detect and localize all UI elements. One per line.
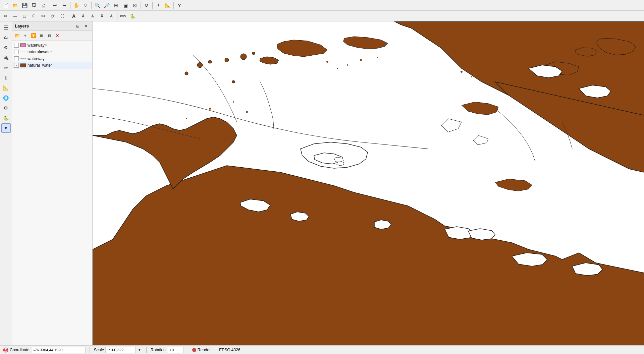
edit-cut-button[interactable]: ✂ (39, 12, 48, 20)
svg-point-21 (377, 57, 378, 58)
svg-point-14 (233, 101, 234, 103)
layer-item-natural-water-line[interactable]: natural=water (12, 49, 92, 55)
python-button[interactable]: 🐍 (128, 12, 137, 20)
filter-layer-button[interactable]: 🔽 (30, 32, 37, 39)
rotation-value-input[interactable] (167, 347, 184, 353)
edit-line-button[interactable]: — (11, 12, 19, 20)
svg-point-5 (197, 62, 203, 68)
plugins-icon[interactable]: 🔌 (1, 53, 11, 62)
scale-dropdown-button[interactable]: ▼ (137, 347, 142, 353)
map-canvas[interactable] (93, 21, 644, 345)
epsg-section: EPSG:4326 (219, 348, 240, 352)
svg-point-9 (252, 52, 255, 55)
map-svg (93, 21, 644, 345)
layer-checkbox-natural-water-fill[interactable] (14, 63, 19, 68)
globe-icon[interactable]: 🌐 (1, 93, 11, 103)
svg-point-18 (337, 68, 338, 69)
layers-toggle-button[interactable]: ⊟ (74, 22, 82, 30)
edit-pencil-button[interactable]: ✏ (1, 12, 10, 20)
status-div3 (188, 347, 188, 353)
processing-icon[interactable]: ⚙ (1, 43, 11, 52)
redo-button[interactable]: ↪ (60, 1, 69, 10)
layer-checkbox-natural-water-line[interactable] (14, 50, 19, 54)
remove-layer-button[interactable]: ✕ (54, 32, 61, 39)
identify-side-icon[interactable]: ℹ (1, 73, 11, 82)
expand-all-button[interactable]: ⊞ (38, 32, 45, 39)
svg-point-20 (360, 59, 362, 61)
separator1 (49, 2, 49, 9)
zoom-out-button[interactable]: 🔎 (102, 1, 111, 10)
status-div4 (215, 347, 215, 353)
zoom-in-button[interactable]: 🔍 (93, 1, 102, 10)
open-project-button[interactable]: 📂 (11, 1, 19, 10)
layer-item-waterway-polygon[interactable]: waterway= (12, 42, 92, 49)
measure-button[interactable]: 📐 (163, 1, 172, 10)
svg-rect-3 (20, 64, 26, 67)
zoom-selection-button[interactable]: ⊠ (130, 1, 139, 10)
svg-point-6 (208, 60, 212, 63)
zoom-full-button[interactable]: ⊞ (112, 1, 120, 10)
label5-button[interactable]: Ä (107, 12, 116, 20)
layer-name-waterway-line: waterway= (28, 56, 47, 61)
edit-rotate-button[interactable]: ⟳ (48, 12, 57, 20)
undo-button[interactable]: ↩ (51, 1, 59, 10)
layer-item-natural-water-fill[interactable]: natural=water (12, 62, 92, 69)
active-tool-icon[interactable]: ▼ (1, 123, 11, 133)
separator2 (70, 2, 70, 9)
layer-checkbox-waterway-line[interactable] (14, 56, 19, 61)
add-layer-button[interactable]: + (21, 32, 29, 39)
svg-rect-0 (20, 44, 26, 47)
svg-point-19 (347, 64, 348, 66)
edit-snap-button[interactable]: ⛶ (58, 12, 66, 20)
separator6 (173, 2, 174, 9)
save-project-button[interactable]: 💾 (20, 1, 29, 10)
coordinate-value-input[interactable] (32, 347, 86, 353)
layers-panel-header: Layers ⊟ ✕ (12, 21, 92, 31)
help-button[interactable]: ? (175, 1, 184, 10)
new-project-button[interactable]: 📄 (1, 1, 10, 10)
svg-point-17 (326, 61, 328, 63)
measure-side-icon[interactable]: 📐 (1, 83, 11, 93)
label1-button[interactable]: A (69, 12, 78, 20)
svg-point-15 (246, 111, 248, 113)
identify-button[interactable]: ℹ (154, 1, 163, 10)
layers-close-button[interactable]: ✕ (82, 22, 90, 30)
edit-node-button[interactable]: ⬡ (30, 12, 38, 20)
print-button[interactable]: 🖨 (39, 1, 48, 10)
separator3 (91, 2, 92, 9)
open-layer-button[interactable]: 📂 (13, 32, 21, 39)
scale-value-input[interactable] (105, 347, 136, 353)
label4-button[interactable]: Ã (98, 12, 106, 20)
select-button[interactable]: ⬡ (81, 1, 90, 10)
edit-icon[interactable]: ✏ (1, 63, 11, 72)
coordinate-label: Coordinate: (10, 348, 31, 352)
csv-button[interactable]: CSV (119, 12, 127, 20)
separator7 (68, 12, 68, 20)
separator8 (117, 12, 117, 20)
rotation-section: Rotation (151, 347, 184, 353)
layers-icon[interactable]: ☰ (1, 23, 11, 32)
collapse-all-button[interactable]: ⊟ (46, 32, 53, 39)
layers-panel-title: Layers (15, 23, 29, 28)
svg-point-23 (471, 76, 472, 77)
layer-item-waterway-line[interactable]: waterway= (12, 55, 92, 62)
coordinate-section: 🎯 Coordinate: (3, 347, 86, 353)
second-toolbar: ✏ — □ ⬡ ✂ ⟳ ⛶ A Ā Â Ã Ä CSV 🐍 (0, 11, 644, 21)
pan-button[interactable]: ✋ (72, 1, 80, 10)
label3-button[interactable]: Â (88, 12, 97, 20)
python-side-icon[interactable]: 🐍 (1, 113, 11, 123)
svg-point-12 (209, 108, 211, 110)
layers-header-controls: ⊟ ✕ (74, 22, 90, 30)
settings-icon[interactable]: ⚙ (1, 103, 11, 113)
edit-polygon-button[interactable]: □ (20, 12, 29, 20)
zoom-layer-button[interactable]: ▣ (121, 1, 130, 10)
label2-button[interactable]: Ā (79, 12, 88, 20)
top-toolbar: 📄 📂 💾 🖫 🖨 ↩ ↪ ✋ ⬡ 🔍 🔎 ⊞ ▣ ⊠ ↺ ℹ 📐 ? (0, 0, 644, 11)
main-area: ☰ 🗂 ⚙ 🔌 ✏ ℹ 📐 🌐 ⚙ 🐍 ▼ Layers ⊟ ✕ 📂 + 🔽 ⊞… (0, 21, 644, 345)
save-as-button[interactable]: 🖫 (30, 1, 38, 10)
layer-checkbox-waterway-polygon[interactable] (14, 43, 19, 48)
svg-point-24 (578, 64, 580, 66)
browser-icon[interactable]: 🗂 (1, 33, 11, 42)
refresh-button[interactable]: ↺ (142, 1, 151, 10)
layers-panel: Layers ⊟ ✕ 📂 + 🔽 ⊞ ⊟ ✕ waterway= (12, 21, 93, 345)
